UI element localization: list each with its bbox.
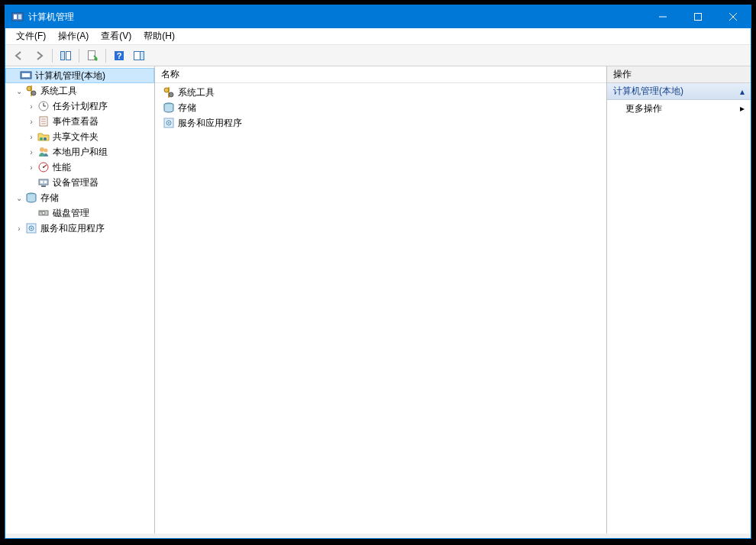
svg-point-51 [168, 122, 170, 124]
tree-node-shared-folders[interactable]: › 共享文件夹 [5, 129, 154, 144]
tree-node-label: 设备管理器 [53, 176, 99, 189]
list-item-system-tools[interactable]: 系统工具 [158, 85, 603, 100]
svg-point-46 [164, 88, 169, 92]
list-column-header[interactable]: 名称 [155, 66, 606, 83]
tree-node-label: 磁盘管理 [53, 207, 89, 220]
tree-node-label: 性能 [53, 161, 71, 174]
forward-button[interactable] [30, 47, 48, 64]
tree-node-storage[interactable]: ⌄ 存储 [5, 190, 154, 205]
tree-pane[interactable]: 计算机管理(本地) ⌄ 系统工具 › 任务计划程序 › 事件查看器 [5, 66, 155, 534]
svg-rect-4 [695, 14, 702, 21]
maximize-button[interactable] [680, 5, 716, 28]
services-icon [25, 222, 37, 234]
tree-node-label: 系统工具 [40, 85, 77, 98]
list-item-label: 存储 [178, 102, 196, 114]
back-button[interactable] [10, 47, 28, 64]
list-item-storage[interactable]: 存储 [158, 100, 603, 115]
svg-rect-14 [141, 51, 144, 60]
list-item-label: 服务和应用程序 [178, 117, 242, 130]
svg-rect-7 [61, 51, 65, 60]
tree-node-event-viewer[interactable]: › 事件查看器 [5, 114, 154, 129]
svg-rect-37 [41, 185, 46, 187]
menu-help[interactable]: 帮助(H) [137, 28, 181, 44]
disk-icon [37, 207, 50, 219]
svg-rect-41 [40, 211, 42, 212]
action-pane-icon [133, 50, 145, 62]
svg-rect-16 [22, 73, 30, 77]
performance-icon [37, 161, 50, 173]
tree-node-system-tools[interactable]: ⌄ 系统工具 [5, 83, 154, 98]
tree-node-device-manager[interactable]: 设备管理器 [5, 175, 154, 190]
computer-icon [20, 69, 32, 82]
tools-icon [163, 86, 175, 98]
arrow-left-icon [13, 50, 25, 62]
tree-node-disk-management[interactable]: 磁盘管理 [5, 205, 154, 221]
collapse-arrow-icon: ▴ [740, 86, 745, 97]
expand-icon[interactable]: › [27, 147, 36, 156]
expand-icon[interactable]: › [27, 117, 36, 126]
tree-node-services-apps[interactable]: › 服务和应用程序 [5, 221, 154, 236]
expand-icon[interactable]: › [27, 163, 36, 172]
tree-node-performance[interactable]: › 性能 [5, 160, 154, 175]
list-item-label: 系统工具 [178, 86, 215, 99]
svg-point-27 [40, 137, 43, 140]
storage-icon [25, 192, 37, 204]
arrow-right-icon [33, 50, 45, 62]
svg-rect-36 [44, 181, 47, 183]
menu-view[interactable]: 查看(V) [95, 28, 137, 44]
toolbar-separator [79, 49, 79, 63]
app-icon [11, 11, 24, 23]
svg-point-19 [31, 91, 36, 95]
help-icon: ? [113, 50, 125, 62]
titlebar[interactable]: 计算机管理 [5, 5, 751, 28]
action-more[interactable]: 更多操作 ▸ [607, 100, 751, 117]
list-item-services-apps[interactable]: 服务和应用程序 [158, 115, 603, 131]
minimize-icon [659, 13, 667, 21]
tree-node-local-users[interactable]: › 本地用户和组 [5, 144, 154, 160]
column-name: 名称 [161, 68, 179, 81]
collapse-icon[interactable]: ⌄ [15, 86, 24, 95]
show-action-pane-button[interactable] [130, 47, 148, 64]
expand-icon[interactable]: › [27, 132, 36, 141]
toolbar-separator [52, 49, 53, 63]
menubar: 文件(F) 操作(A) 查看(V) 帮助(H) [5, 28, 751, 45]
svg-rect-35 [40, 181, 43, 183]
svg-rect-1 [14, 15, 17, 19]
svg-point-29 [40, 147, 44, 152]
close-icon [729, 13, 737, 21]
tree-node-label: 本地用户和组 [53, 146, 108, 159]
show-hide-tree-button[interactable] [57, 47, 75, 64]
menu-action[interactable]: 操作(A) [52, 28, 95, 44]
svg-rect-9 [89, 50, 95, 60]
action-group-label: 计算机管理(本地) [613, 85, 683, 98]
action-pane: 操作 计算机管理(本地) ▴ 更多操作 ▸ [607, 66, 751, 534]
list-body[interactable]: 系统工具 存储 服务和应用程序 [155, 83, 606, 534]
window-title: 计算机管理 [28, 11, 645, 24]
storage-icon [163, 102, 175, 114]
tree-node-label: 事件查看器 [53, 115, 99, 128]
device-icon [37, 176, 50, 189]
properties-button[interactable] [83, 47, 102, 64]
tree-node-label: 存储 [40, 192, 59, 205]
tree-node-root[interactable]: 计算机管理(本地) [5, 68, 154, 83]
toolbar-separator [105, 49, 106, 63]
collapse-icon[interactable]: ⌄ [15, 193, 24, 202]
help-button[interactable]: ? [110, 47, 128, 64]
toolbar: ? [5, 45, 751, 66]
expand-icon[interactable]: › [15, 224, 24, 233]
close-button[interactable] [716, 5, 751, 28]
svg-point-18 [27, 86, 31, 91]
svg-point-28 [44, 137, 47, 140]
tree-node-label: 任务计划程序 [53, 100, 108, 113]
svg-rect-8 [66, 51, 71, 60]
tree-node-task-scheduler[interactable]: › 任务计划程序 [5, 98, 154, 114]
expand-icon[interactable]: › [27, 102, 36, 111]
action-pane-title: 操作 [607, 66, 751, 83]
menu-file[interactable]: 文件(F) [10, 28, 52, 44]
minimize-button[interactable] [645, 5, 680, 28]
svg-point-44 [31, 227, 32, 229]
svg-text:?: ? [117, 51, 122, 60]
maximize-icon [694, 13, 702, 21]
action-group-header[interactable]: 计算机管理(本地) ▴ [607, 83, 751, 100]
content-area: 计算机管理(本地) ⌄ 系统工具 › 任务计划程序 › 事件查看器 [5, 66, 751, 534]
